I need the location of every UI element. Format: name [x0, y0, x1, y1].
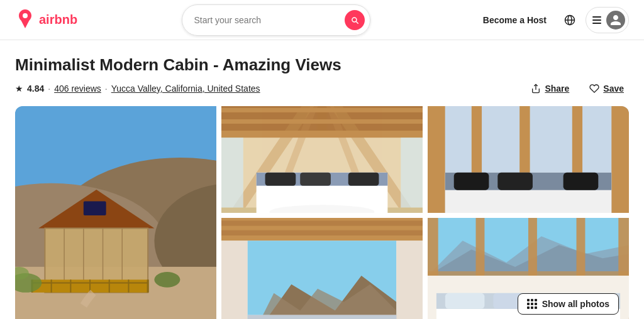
- meta-right: Share Save: [526, 81, 629, 96]
- share-icon: [531, 84, 541, 94]
- svg-rect-34: [221, 112, 423, 119]
- star-icon: ★: [15, 84, 23, 94]
- main-content: Minimalist Modern Cabin - Amazing Views …: [0, 40, 644, 319]
- svg-rect-51: [428, 106, 445, 213]
- listing-title: Minimalist Modern Cabin - Amazing Views: [15, 55, 629, 75]
- location-link[interactable]: Yucca Valley, California, United States: [111, 84, 260, 94]
- svg-rect-71: [221, 220, 423, 225]
- svg-rect-72: [221, 230, 423, 235]
- listing-meta: ★ 4.84 · 406 reviews · Yucca Valley, Cal…: [15, 81, 629, 96]
- become-host-button[interactable]: Become a Host: [475, 10, 554, 30]
- photo-main[interactable]: [15, 106, 216, 319]
- nav-right: Become a Host: [475, 7, 629, 33]
- svg-rect-45: [265, 173, 296, 186]
- search-bar[interactable]: [182, 4, 370, 36]
- svg-rect-64: [497, 173, 533, 190]
- save-label: Save: [603, 84, 624, 94]
- logo-text: airbnb: [39, 13, 77, 27]
- separator-dot-2: ·: [105, 84, 108, 94]
- photo-interior-1[interactable]: [221, 106, 423, 213]
- svg-rect-31: [221, 106, 423, 138]
- user-menu[interactable]: [586, 7, 629, 33]
- svg-rect-65: [564, 173, 599, 190]
- search-button[interactable]: [345, 10, 365, 30]
- rating: 4.84: [27, 84, 44, 94]
- svg-rect-41: [401, 138, 423, 213]
- svg-rect-47: [348, 173, 379, 186]
- airbnb-logo-icon: [15, 9, 35, 31]
- show-photos-label: Show all photos: [542, 299, 609, 309]
- avatar: [606, 11, 625, 30]
- svg-rect-73: [221, 241, 248, 319]
- grid-icon: [527, 299, 537, 309]
- heart-icon: [589, 84, 599, 94]
- user-icon: [609, 14, 622, 26]
- svg-point-28: [154, 272, 180, 288]
- search-input[interactable]: [194, 15, 338, 25]
- globe-icon: [564, 14, 575, 26]
- svg-rect-63: [454, 173, 489, 190]
- meta-left: ★ 4.84 · 406 reviews · Yucca Valley, Cal…: [15, 84, 260, 94]
- svg-rect-46: [300, 173, 331, 186]
- globe-button[interactable]: [559, 9, 580, 31]
- svg-rect-33: [221, 106, 423, 108]
- logo[interactable]: airbnb: [15, 9, 77, 31]
- svg-rect-35: [221, 124, 423, 131]
- separator-dot: ·: [48, 84, 50, 94]
- show-all-photos-button[interactable]: Show all photos: [518, 293, 619, 315]
- share-label: Share: [545, 84, 569, 94]
- svg-rect-94: [445, 293, 485, 309]
- svg-rect-40: [221, 138, 243, 213]
- reviews-link[interactable]: 406 reviews: [54, 84, 101, 94]
- save-button[interactable]: Save: [584, 81, 629, 96]
- hamburger-icon: [592, 16, 601, 24]
- svg-rect-79: [248, 315, 397, 319]
- svg-rect-52: [611, 106, 629, 213]
- photo-interior-3[interactable]: [221, 218, 423, 319]
- photo-grid: Show all photos: [15, 106, 629, 319]
- header: airbnb Become a Host: [0, 0, 644, 40]
- svg-rect-77: [396, 241, 423, 319]
- photo-interior-2[interactable]: [428, 106, 629, 213]
- share-button[interactable]: Share: [526, 81, 574, 96]
- svg-rect-12: [84, 201, 106, 215]
- search-icon: [350, 16, 359, 24]
